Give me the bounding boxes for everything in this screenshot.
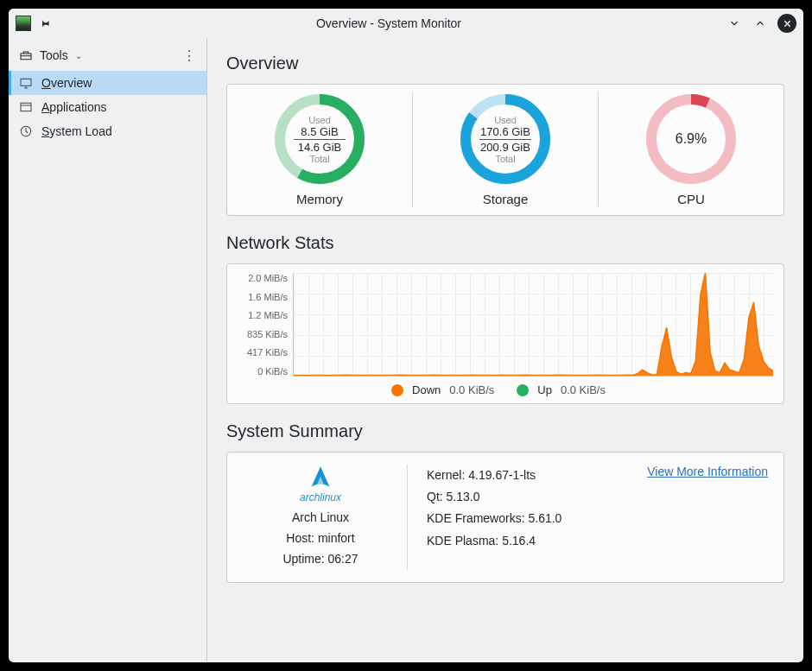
summary-detail-line: KDE Plasma: 5.16.4 xyxy=(427,530,623,552)
tools-label: Tools xyxy=(40,48,68,62)
legend-down-label: Down xyxy=(412,383,441,396)
gauge-used-value: 170.6 GiB xyxy=(480,125,530,138)
window-title: Overview - System Monitor xyxy=(59,16,719,30)
view-more-link[interactable]: View More Information xyxy=(647,465,768,478)
gauge-total-value: 14.6 GiB xyxy=(298,141,342,154)
sidebar-item-label: Applications xyxy=(41,100,107,114)
legend-up-dot xyxy=(517,384,529,396)
y-tick: 1.6 MiB/s xyxy=(238,292,288,302)
gauge-title: Memory xyxy=(296,192,343,206)
summary-detail-line: Qt: 5.13.0 xyxy=(427,486,623,508)
y-tick: 2.0 MiB/s xyxy=(238,273,288,283)
gauge-total-value: 200.9 GiB xyxy=(480,141,530,154)
chart-plot-area xyxy=(293,273,773,377)
legend-down-dot xyxy=(391,384,403,396)
uptime-line: Uptime: 06:27 xyxy=(243,549,398,570)
tools-menu[interactable]: Tools ⌄ ⋮ xyxy=(9,43,206,71)
gauge-used-label: Used xyxy=(494,115,517,125)
gauge-title: CPU xyxy=(677,192,705,206)
legend-down-value: 0.0 KiB/s xyxy=(449,383,494,396)
network-heading: Network Stats xyxy=(226,233,784,253)
system-summary-card: archlinux Arch Linux Host: minfort Uptim… xyxy=(226,452,784,583)
sidebar-item-applications[interactable]: Applications xyxy=(9,95,206,119)
distro-logo: archlinux xyxy=(243,465,398,506)
distro-logo-text: archlinux xyxy=(300,489,341,506)
overview-gauges-card: Used 8.5 GiB 14.6 GiB TotalMemory Used 1… xyxy=(226,84,784,216)
toolbox-icon xyxy=(19,48,33,62)
gauge-value: 6.9% xyxy=(676,131,707,147)
sidebar-item-overview[interactable]: Overview xyxy=(9,71,206,95)
window-icon xyxy=(19,100,33,114)
gauge-total-label: Total xyxy=(495,154,515,164)
y-tick: 417 KiB/s xyxy=(238,347,288,358)
gauge-total-label: Total xyxy=(309,154,329,164)
monitor-icon xyxy=(19,76,33,90)
gauge-title: Storage xyxy=(483,192,529,206)
y-tick: 0 KiB/s xyxy=(238,366,288,377)
sidebar-item-system-load[interactable]: System Load xyxy=(9,119,206,143)
overview-heading: Overview xyxy=(226,54,784,73)
gauge-used-label: Used xyxy=(308,115,331,125)
sidebar: Tools ⌄ ⋮ OverviewApplicationsSystem Loa… xyxy=(9,38,207,662)
y-tick: 835 KiB/s xyxy=(238,329,288,339)
legend-up-label: Up xyxy=(537,383,552,396)
distro-name: Arch Linux xyxy=(243,508,398,529)
maximize-button[interactable] xyxy=(752,15,769,32)
gauge-used-value: 8.5 GiB xyxy=(301,125,338,138)
host-line: Host: minfort xyxy=(243,529,398,549)
summary-details: Kernel: 4.19.67-1-ltsQt: 5.13.0KDE Frame… xyxy=(416,465,623,552)
chart-legend: Down 0.0 KiB/s Up 0.0 KiB/s xyxy=(238,383,773,396)
gauge-storage: Used 170.6 GiB 200.9 GiB TotalStorage xyxy=(412,92,598,206)
gauge-cpu: 6.9%CPU xyxy=(598,92,783,206)
chart-y-axis: 2.0 MiB/s1.6 MiB/s1.2 MiB/s835 KiB/s417 … xyxy=(238,273,293,377)
summary-detail-line: KDE Frameworks: 5.61.0 xyxy=(427,508,623,529)
minimize-button[interactable] xyxy=(726,15,743,32)
sidebar-item-label: System Load xyxy=(41,124,112,138)
svg-rect-0 xyxy=(21,79,31,85)
gauge-icon xyxy=(19,124,33,138)
svg-rect-1 xyxy=(21,103,31,111)
network-chart-card: 2.0 MiB/s1.6 MiB/s1.2 MiB/s835 KiB/s417 … xyxy=(226,263,784,404)
summary-heading: System Summary xyxy=(226,421,784,441)
chevron-down-icon: ⌄ xyxy=(75,51,82,60)
summary-detail-line: Kernel: 4.19.67-1-lts xyxy=(427,465,623,486)
sidebar-item-label: Overview xyxy=(41,76,92,90)
app-icon xyxy=(16,16,31,31)
y-tick: 1.2 MiB/s xyxy=(238,310,288,320)
gauge-memory: Used 8.5 GiB 14.6 GiB TotalMemory xyxy=(227,92,412,206)
legend-up-value: 0.0 KiB/s xyxy=(561,383,606,396)
kebab-menu-icon[interactable]: ⋮ xyxy=(182,48,196,62)
pin-icon[interactable] xyxy=(38,16,52,30)
close-button[interactable] xyxy=(777,14,796,33)
